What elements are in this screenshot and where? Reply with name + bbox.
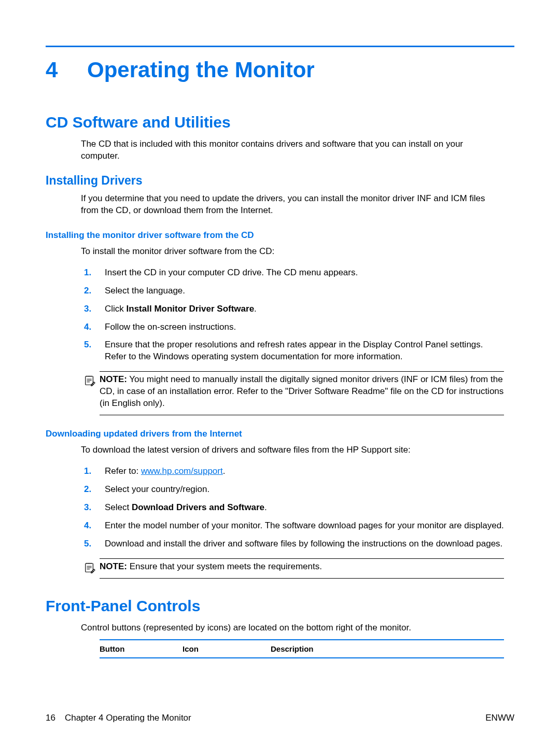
step-text: Select xyxy=(105,502,132,512)
list-item: Click Install Monitor Driver Software. xyxy=(81,300,514,318)
chapter-title: Operating the Monitor xyxy=(87,58,315,82)
install-from-cd-steps: Insert the CD in your computer CD drive.… xyxy=(81,264,514,367)
installing-drivers-intro: If you determine that you need to update… xyxy=(81,193,504,217)
download-from-internet-steps: Refer to: www.hp.com/support. Select you… xyxy=(81,462,514,553)
note-text: Ensure that your system meets the requir… xyxy=(130,561,322,571)
front-panel-intro: Control buttons (represented by icons) a… xyxy=(81,622,504,634)
page-footer: 16 Chapter 4 Operating the Monitor ENWW xyxy=(46,713,514,723)
step-bold: Install Monitor Driver Software xyxy=(127,304,255,314)
list-item: Refer to: www.hp.com/support. xyxy=(81,462,514,481)
chapter-rule xyxy=(46,46,514,47)
list-item: Ensure that the proper resolutions and r… xyxy=(81,336,514,366)
hp-support-link[interactable]: www.hp.com/support xyxy=(141,466,223,476)
list-item: Select Download Drivers and Software. xyxy=(81,499,514,517)
section-heading-front-panel: Front-Panel Controls xyxy=(46,597,514,615)
list-item: Select your country/region. xyxy=(81,481,514,499)
step-text: Refer to: xyxy=(105,466,141,476)
cd-software-intro: The CD that is included with this monito… xyxy=(81,138,504,162)
subsection-installing-drivers: Installing Drivers xyxy=(46,174,514,188)
install-from-cd-lead: To install the monitor driver software f… xyxy=(81,246,504,258)
download-from-internet-lead: To download the latest version of driver… xyxy=(81,444,504,456)
section-heading-cd-software: CD Software and Utilities xyxy=(46,114,514,131)
list-item: Download and install the driver and soft… xyxy=(81,535,514,553)
footer-right: ENWW xyxy=(485,713,514,723)
step-text: . xyxy=(254,304,257,314)
chapter-number: 4 xyxy=(46,58,87,82)
note-box: NOTE: Ensure that your system meets the … xyxy=(100,558,504,579)
table-header-description: Description xyxy=(271,644,504,653)
list-item: Enter the model number of your monitor. … xyxy=(81,517,514,535)
chapter-heading: 4 Operating the Monitor xyxy=(46,58,514,82)
table-header-icon: Icon xyxy=(183,644,271,653)
note-label: NOTE: xyxy=(100,374,127,384)
page-number: 16 xyxy=(46,713,55,723)
subsubsection-download-from-internet: Downloading updated drivers from the Int… xyxy=(46,429,514,439)
list-item: Follow the on-screen instructions. xyxy=(81,318,514,336)
front-panel-table: Button Icon Description xyxy=(100,639,504,658)
list-item: Select the language. xyxy=(81,282,514,300)
footer-chapter-label: Chapter 4 Operating the Monitor xyxy=(65,713,191,723)
step-bold: Download Drivers and Software xyxy=(132,502,264,512)
step-text: Click xyxy=(105,304,127,314)
note-icon xyxy=(84,562,95,573)
table-header-button: Button xyxy=(100,644,183,653)
note-box: NOTE: You might need to manually install… xyxy=(100,371,504,415)
subsubsection-install-from-cd: Installing the monitor driver software f… xyxy=(46,230,514,241)
step-text: . xyxy=(264,502,267,512)
table-header-row: Button Icon Description xyxy=(100,644,504,653)
note-text: You might need to manually install the d… xyxy=(100,374,503,408)
footer-left: 16 Chapter 4 Operating the Monitor xyxy=(46,713,191,723)
list-item: Insert the CD in your computer CD drive.… xyxy=(81,264,514,282)
document-page: 4 Operating the Monitor CD Software and … xyxy=(0,0,560,745)
step-text: . xyxy=(223,466,226,476)
note-label: NOTE: xyxy=(100,561,127,571)
note-icon xyxy=(84,375,95,386)
